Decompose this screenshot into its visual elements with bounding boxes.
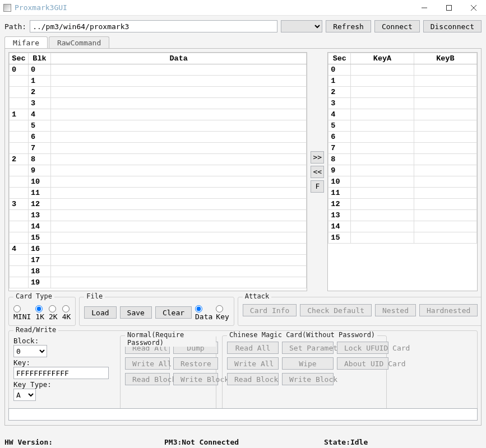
table-row[interactable]: 9 xyxy=(328,165,477,176)
keytype-label: Key Type: xyxy=(13,380,114,389)
app-icon xyxy=(3,4,11,12)
top-toolbar: Path: Refresh Connect Disconnect xyxy=(0,16,486,36)
card-type-group: Card Type MINI 1K 2K 4K xyxy=(8,297,76,326)
transfer-buttons: >> << F xyxy=(311,52,324,291)
maximize-button[interactable] xyxy=(437,0,461,16)
table-row[interactable]: 15 xyxy=(10,232,307,244)
check-default-button[interactable]: Check Default xyxy=(300,304,372,316)
table-row[interactable]: 2 xyxy=(328,87,477,98)
svg-line-3 xyxy=(471,5,476,11)
svg-rect-1 xyxy=(447,5,452,10)
move-right-button[interactable]: >> xyxy=(311,151,324,164)
tab-content: Sec Blk Data 001231456728910113121314154… xyxy=(4,48,482,426)
radio-2k[interactable]: 2K xyxy=(49,304,58,321)
table-row[interactable]: 5 xyxy=(328,120,477,132)
port-select[interactable] xyxy=(281,20,322,32)
magic-write-all[interactable]: Write All xyxy=(227,357,279,370)
magic-rw-group: Chinese Magic Card(Without Password) Rea… xyxy=(222,335,387,414)
key-table: Sec KeyA KeyB 0123456789101112131415 xyxy=(327,52,478,291)
path-input[interactable] xyxy=(30,20,277,32)
table-row[interactable]: 14 xyxy=(328,221,477,232)
save-button[interactable]: Save xyxy=(120,306,152,319)
file-group: File Load Save Clear Data Key xyxy=(79,297,234,326)
minimize-button[interactable] xyxy=(412,0,437,16)
table-row[interactable]: 3 xyxy=(10,98,307,109)
table-row[interactable]: 8 xyxy=(328,154,477,165)
magic-wipe[interactable]: Wipe xyxy=(282,357,334,370)
refresh-button[interactable]: Refresh xyxy=(326,20,371,32)
table-row[interactable]: 5 xyxy=(10,120,307,132)
normal-write-block[interactable]: Write Block xyxy=(173,373,218,385)
block-select[interactable]: 0 xyxy=(13,345,47,357)
table-row[interactable]: 1 xyxy=(10,76,307,87)
keytype-select[interactable]: A xyxy=(13,389,36,401)
table-row[interactable]: 7 xyxy=(10,143,307,154)
table-row[interactable]: 7 xyxy=(328,143,477,154)
magic-set-param[interactable]: Set Parameter xyxy=(282,342,334,354)
connect-button[interactable]: Connect xyxy=(374,20,420,32)
table-row[interactable]: 11 xyxy=(328,188,477,199)
nested-button[interactable]: Nested xyxy=(375,304,416,316)
table-row[interactable]: 00 xyxy=(10,64,307,76)
data-table: Sec Blk Data 001231456728910113121314154… xyxy=(8,52,307,291)
table-row[interactable]: 10 xyxy=(10,176,307,188)
tab-rawcommand[interactable]: RawCommand xyxy=(49,36,109,49)
svg-line-2 xyxy=(471,5,476,11)
table-row[interactable]: 10 xyxy=(328,176,477,188)
tab-mifare[interactable]: Mifare xyxy=(4,36,48,49)
magic-lock-ufuid[interactable]: Lock UFUID Card xyxy=(337,342,388,354)
magic-about-uid[interactable]: About UID Card xyxy=(337,357,388,370)
table-row[interactable]: 18 xyxy=(10,266,307,277)
radio-4k[interactable]: 4K xyxy=(62,304,71,321)
radio-file-data[interactable]: Data xyxy=(195,304,212,321)
block-label: Block: xyxy=(13,337,114,345)
titlebar: Proxmark3GUI xyxy=(0,0,486,16)
table-row[interactable]: 28 xyxy=(10,154,307,165)
status-state: State:Idle xyxy=(324,438,482,446)
key-input[interactable] xyxy=(13,367,109,379)
table-row[interactable]: 3 xyxy=(328,98,477,109)
table-row[interactable]: 11 xyxy=(10,188,307,199)
table-row[interactable]: 2 xyxy=(10,87,307,98)
col-sec: Sec xyxy=(328,53,351,64)
key-label: Key: xyxy=(13,358,114,367)
hardnested-button[interactable]: Hardnested xyxy=(419,304,478,316)
table-row[interactable]: 14 xyxy=(10,109,307,120)
clear-button[interactable]: Clear xyxy=(155,306,192,319)
normal-restore[interactable]: Restore xyxy=(173,357,218,370)
move-left-button[interactable]: << xyxy=(311,166,324,178)
col-data: Data xyxy=(51,53,307,64)
col-keyb: KeyB xyxy=(414,53,476,64)
normal-write-all[interactable]: Write All xyxy=(125,357,170,370)
table-row[interactable]: 17 xyxy=(10,255,307,266)
table-row[interactable]: 15 xyxy=(328,232,477,244)
table-row[interactable]: 9 xyxy=(10,165,307,176)
table-row[interactable]: 1 xyxy=(328,76,477,87)
load-button[interactable]: Load xyxy=(84,306,116,319)
table-row[interactable]: 6 xyxy=(328,132,477,143)
table-row[interactable]: 19 xyxy=(10,277,307,288)
output-field[interactable] xyxy=(8,408,478,421)
radio-mini[interactable]: MINI xyxy=(13,304,31,321)
normal-read-block[interactable]: Read Block xyxy=(125,373,170,385)
disconnect-button[interactable]: Disconnect xyxy=(423,20,482,32)
table-row[interactable]: 14 xyxy=(10,221,307,232)
card-info-button[interactable]: Card Info xyxy=(243,304,297,316)
col-keya: KeyA xyxy=(351,53,414,64)
fill-button[interactable]: F xyxy=(311,180,324,193)
magic-read-all[interactable]: Read All xyxy=(227,342,279,354)
table-row[interactable]: 13 xyxy=(328,210,477,221)
radio-1k[interactable]: 1K xyxy=(35,304,44,321)
status-hw: HW Version: xyxy=(4,438,162,446)
close-button[interactable] xyxy=(461,0,486,16)
radio-file-key[interactable]: Key xyxy=(216,304,229,321)
table-row[interactable]: 4 xyxy=(328,109,477,120)
table-row[interactable]: 312 xyxy=(10,199,307,210)
magic-read-block[interactable]: Read Block xyxy=(227,373,279,385)
table-row[interactable]: 0 xyxy=(328,64,477,76)
table-row[interactable]: 12 xyxy=(328,199,477,210)
table-row[interactable]: 416 xyxy=(10,244,307,255)
table-row[interactable]: 6 xyxy=(10,132,307,143)
magic-write-block[interactable]: Write Block xyxy=(282,373,334,385)
table-row[interactable]: 13 xyxy=(10,210,307,221)
